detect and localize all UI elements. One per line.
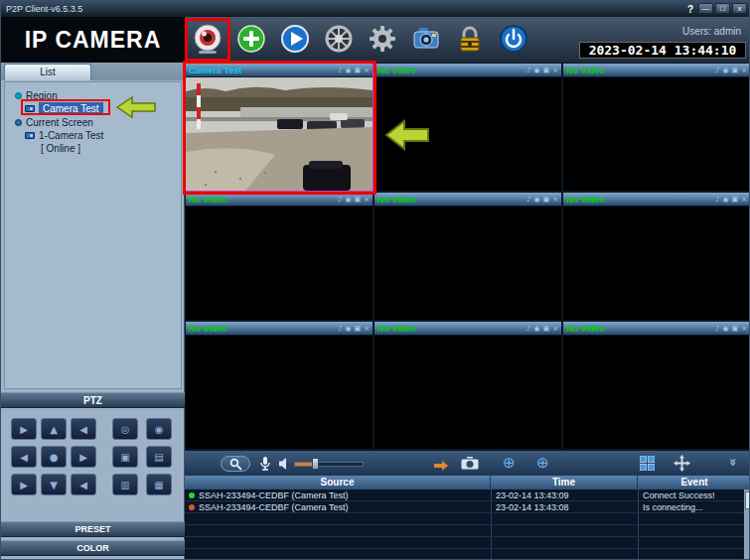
relocate-target-button[interactable]: ⊕: [503, 454, 516, 472]
cell-close-icon[interactable]: ×: [364, 67, 370, 74]
search-button[interactable]: [221, 456, 250, 472]
video-cell-9[interactable]: No Video ♪ ◉ ▣ ×: [562, 321, 750, 450]
stream-forward-button[interactable]: [433, 458, 449, 476]
color-panel-header[interactable]: COLOR: [1, 540, 185, 556]
close-button[interactable]: x: [732, 3, 747, 14]
ptz-right-button[interactable]: ▶: [71, 446, 96, 468]
video-cell-6[interactable]: No Video ♪ ◉ ▣ ×: [562, 192, 750, 321]
event-row-1[interactable]: SSAH-233494-CEDBF (Camera Test) 23-02-14…: [185, 490, 744, 501]
video-cell-4[interactable]: No Video ♪ ◉ ▣ ×: [185, 192, 374, 321]
cell-record-icon[interactable]: ◉: [722, 325, 728, 333]
ptz-down-left-button[interactable]: ▶: [11, 474, 37, 495]
column-header-event[interactable]: Event: [638, 476, 750, 490]
cell-record-icon[interactable]: ◉: [345, 67, 351, 74]
fullscreen-pan-button[interactable]: [674, 455, 690, 476]
cell-record-icon[interactable]: ◉: [533, 325, 539, 333]
cell-snapshot-icon[interactable]: ▣: [355, 325, 362, 333]
cell-snapshot-icon[interactable]: ▣: [543, 325, 550, 333]
tree-item-1-camera-test[interactable]: 1-Camera Test: [25, 130, 103, 141]
cell-audio-icon[interactable]: ♪: [526, 67, 530, 74]
minimize-button[interactable]: —: [698, 3, 713, 14]
settings-button[interactable]: [363, 20, 402, 60]
cell-snapshot-icon[interactable]: ▣: [732, 67, 739, 74]
video-cell-7[interactable]: No Video ♪ ◉ ▣ ×: [185, 321, 374, 450]
ptz-focus-button[interactable]: ▥: [112, 474, 138, 495]
talk-button[interactable]: [258, 456, 272, 476]
video-cell-8[interactable]: No Video ♪ ◉ ▣ ×: [374, 321, 562, 450]
cell-close-icon[interactable]: ×: [552, 67, 558, 74]
scrollbar-thumb[interactable]: [745, 491, 750, 509]
video-cell-1[interactable]: Camera Test ♪ ◉ ▣ ×: [185, 63, 374, 192]
cell-close-icon[interactable]: ×: [741, 325, 747, 333]
ptz-iris-button[interactable]: ▦: [146, 474, 172, 495]
cell-audio-icon[interactable]: ♪: [526, 196, 530, 204]
video-cell-2[interactable]: No Video ♪ ◉ ▣ ×: [374, 63, 562, 192]
cell-close-icon[interactable]: ×: [552, 196, 558, 204]
camera-preview-button[interactable]: [188, 20, 227, 60]
ptz-zoom-out-button[interactable]: ▤: [146, 446, 172, 468]
cell-snapshot-icon[interactable]: ▣: [355, 67, 362, 74]
video-cell-3[interactable]: No Video ♪ ◉ ▣ ×: [562, 63, 750, 192]
ptz-panel-header[interactable]: PTZ: [1, 392, 185, 408]
add-device-button[interactable]: [231, 20, 271, 60]
screen-layout-button[interactable]: [640, 456, 655, 475]
empty-video-slot[interactable]: [186, 207, 373, 320]
device-config-button[interactable]: [406, 20, 446, 60]
cell-audio-icon[interactable]: ♪: [715, 196, 719, 204]
event-row-2[interactable]: SSAH-233494-CEDBF (Camera Test) 23-02-14…: [185, 501, 744, 513]
cell-audio-icon[interactable]: ♪: [526, 325, 530, 333]
cell-close-icon[interactable]: ×: [741, 196, 747, 204]
cell-audio-icon[interactable]: ♪: [715, 67, 719, 74]
column-header-source[interactable]: Source: [185, 476, 491, 490]
tree-item-camera-test[interactable]: Camera Test: [25, 102, 103, 115]
empty-video-slot[interactable]: [563, 207, 750, 320]
cell-audio-icon[interactable]: ♪: [338, 325, 342, 333]
cell-snapshot-icon[interactable]: ▣: [732, 325, 739, 333]
playback-button[interactable]: [275, 20, 315, 60]
ptz-down-right-button[interactable]: ◀: [71, 474, 96, 495]
ptz-zoom-in-button[interactable]: ▣: [112, 446, 138, 468]
cell-record-icon[interactable]: ◉: [345, 196, 351, 204]
track-target-button[interactable]: ⊕: [536, 454, 549, 472]
ptz-up-button[interactable]: ▲: [41, 418, 67, 440]
ptz-scan-button[interactable]: ◎: [112, 418, 138, 440]
tab-list[interactable]: List: [4, 64, 91, 80]
cell-close-icon[interactable]: ×: [364, 196, 370, 204]
ptz-center-button[interactable]: ●: [41, 446, 67, 468]
empty-video-slot[interactable]: [186, 336, 373, 449]
empty-video-slot[interactable]: [375, 336, 561, 449]
cell-record-icon[interactable]: ◉: [533, 196, 539, 204]
snapshot-button[interactable]: [461, 457, 479, 475]
tree-item-current-screen[interactable]: Current Screen: [15, 117, 93, 128]
cell-close-icon[interactable]: ×: [552, 325, 558, 333]
cell-record-icon[interactable]: ◉: [722, 196, 728, 204]
column-header-time[interactable]: Time: [491, 476, 638, 490]
ptz-up-right-button[interactable]: ◀: [71, 418, 96, 440]
help-button[interactable]: ?: [687, 2, 693, 18]
maximize-button[interactable]: □: [715, 3, 730, 14]
speaker-icon[interactable]: [278, 457, 289, 475]
cell-snapshot-icon[interactable]: ▣: [732, 196, 739, 204]
collapse-panel-button[interactable]: »: [726, 458, 741, 466]
cell-audio-icon[interactable]: ♪: [338, 67, 342, 74]
cell-snapshot-icon[interactable]: ▣: [543, 196, 550, 204]
cell-snapshot-icon[interactable]: ▣: [355, 196, 362, 204]
empty-video-slot[interactable]: [375, 207, 561, 320]
volume-slider-track[interactable]: [294, 462, 364, 467]
cell-close-icon[interactable]: ×: [364, 325, 370, 333]
preset-panel-header[interactable]: PRESET: [1, 521, 185, 537]
volume-slider-handle[interactable]: [312, 458, 319, 470]
ptz-up-left-button[interactable]: ▶: [11, 418, 37, 440]
video-cell-5[interactable]: No Video ♪ ◉ ▣ ×: [374, 192, 562, 321]
ptz-auto-button[interactable]: ◉: [146, 418, 172, 440]
ptz-down-button[interactable]: ▼: [41, 474, 67, 495]
cell-close-icon[interactable]: ×: [741, 67, 747, 74]
tree-item-region[interactable]: Region: [15, 90, 58, 101]
empty-video-slot[interactable]: [563, 336, 750, 449]
cell-record-icon[interactable]: ◉: [722, 67, 728, 74]
empty-video-slot[interactable]: [375, 77, 561, 191]
ptz-left-button[interactable]: ◀: [11, 446, 37, 468]
cell-audio-icon[interactable]: ♪: [338, 196, 342, 204]
cell-snapshot-icon[interactable]: ▣: [543, 67, 550, 74]
power-button[interactable]: [494, 20, 533, 60]
